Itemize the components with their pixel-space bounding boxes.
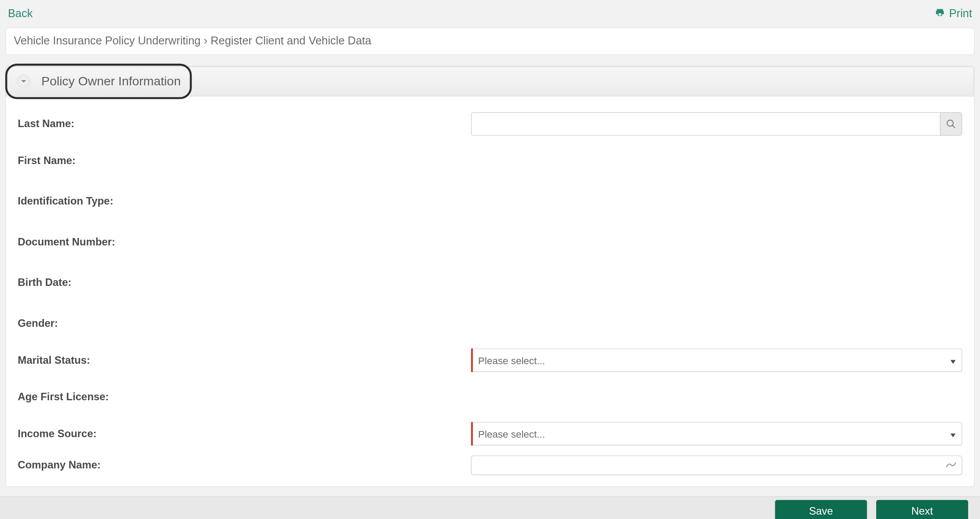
company-name-input[interactable] [471, 455, 962, 475]
birth-date-label: Birth Date: [18, 277, 471, 289]
next-button[interactable]: Next [876, 500, 968, 519]
marital-status-label: Marital Status: [18, 355, 471, 366]
save-button[interactable]: Save [775, 500, 867, 519]
last-name-input[interactable] [471, 112, 940, 136]
svg-line-1 [952, 125, 955, 128]
caret-down-icon [951, 355, 956, 365]
print-icon [935, 7, 945, 21]
breadcrumb-root[interactable]: Vehicle Insurance Policy Underwriting [14, 35, 200, 47]
search-button[interactable] [940, 112, 962, 136]
section-header-highlight: Policy Owner Information [5, 64, 192, 99]
back-link[interactable]: Back [8, 7, 33, 20]
marital-status-select[interactable]: Please select... [471, 348, 962, 372]
section-title: Policy Owner Information [41, 74, 181, 89]
footer-bar: Save Next [0, 496, 980, 519]
age-first-license-label: Age First License: [18, 391, 471, 403]
breadcrumb-separator: › [204, 35, 207, 47]
marital-status-value: Please select... [478, 355, 545, 365]
income-source-select[interactable]: Please select... [471, 422, 962, 446]
print-link[interactable]: Print [935, 7, 972, 21]
section-header[interactable]: Policy Owner Information [6, 66, 974, 97]
breadcrumb: Vehicle Insurance Policy Underwriting › … [5, 28, 975, 55]
income-source-label: Income Source: [18, 428, 471, 440]
caret-down-icon [951, 428, 956, 439]
content-panel: Policy Owner Information Last Name: Firs… [5, 66, 975, 487]
last-name-label: Last Name: [18, 118, 471, 130]
svg-point-0 [947, 120, 953, 126]
first-name-label: First Name: [18, 155, 471, 167]
print-label: Print [949, 7, 972, 20]
chevron-down-icon[interactable] [16, 74, 31, 89]
topbar: Back Print [0, 0, 980, 28]
breadcrumb-current: Register Client and Vehicle Data [210, 35, 371, 47]
document-number-label: Document Number: [18, 236, 471, 248]
gender-label: Gender: [18, 318, 471, 329]
company-name-label: Company Name: [18, 459, 471, 471]
override-icon [945, 460, 957, 471]
identification-type-label: Identification Type: [18, 196, 471, 208]
income-source-value: Please select... [478, 428, 545, 439]
form-area: Last Name: First Name: Identification Ty… [6, 96, 974, 478]
